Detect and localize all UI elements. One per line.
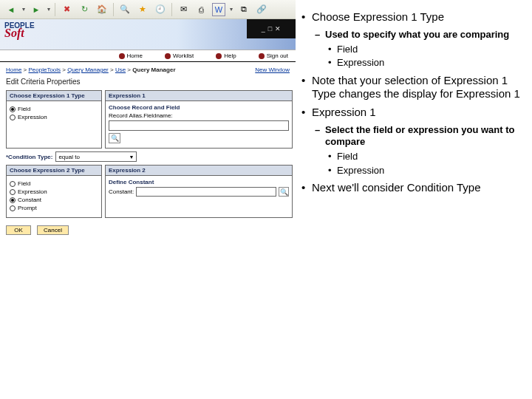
back-dropdown-icon[interactable]: ▾ [22,6,25,13]
condition-type-row: *Condition Type: equal to ▼ [6,151,293,162]
favorites-icon[interactable]: ★ [136,3,149,16]
radio-label: Constant [18,197,41,203]
breadcrumb-trail: Home > PeopleTools > Query Manager > Use… [6,66,176,73]
cancel-button[interactable]: Cancel [37,225,69,235]
page-title: Edit Criteria Properties [0,75,296,90]
expr1-type-panel: Choose Expression 1 Type Field Expressio… [6,90,102,149]
radio-icon [10,115,16,120]
search-icon[interactable]: 🔍 [118,3,132,16]
note-item: Choose Expression 1 Type [299,10,526,24]
radio-label: Field [18,106,30,112]
toolbar-separator [171,3,172,16]
expr1-subhead: Choose Record and Field [109,104,289,111]
radio-icon [10,181,16,187]
peoplesoft-logo: PEOPLE Soft [4,22,35,37]
expr1-radio-expression[interactable]: Expression [10,114,98,120]
note-subsubitem: Field [325,151,526,163]
word-dropdown-icon[interactable]: ▾ [230,6,233,13]
expr2-radio-constant[interactable]: Constant [10,197,98,203]
maximize-icon[interactable]: □ [268,25,272,33]
globe-icon [165,53,171,59]
expr1-header: Expression 1 [106,91,292,101]
logo-line2: Soft [4,30,35,37]
app-screenshot: ◄ ▾ ► ▾ ✖ ↻ 🏠 🔍 ★ 🕘 ✉ ⎙ W ▾ ⧉ 🔗 PEOPLE S… [0,0,296,399]
new-window-link[interactable]: New Window [255,66,290,73]
nav-home-label: Home [127,52,143,59]
note-subitem: Used to specify what you are comparing [312,29,526,41]
record-field-input[interactable] [109,120,289,131]
minimize-icon[interactable]: _ [262,25,265,33]
home-icon[interactable]: 🏠 [95,3,109,16]
expr2-subhead: Define Constant [109,179,289,185]
crumb-link[interactable]: Use [115,66,126,73]
stop-icon[interactable]: ✖ [60,3,73,16]
globe-icon [216,53,222,59]
toolbar-separator [55,3,55,16]
radio-label: Expression [18,114,47,120]
globe-icon [119,53,125,59]
condition-type-value: equal to [58,154,79,160]
constant-label: Constant: [109,188,134,195]
app-header: PEOPLE Soft _ □ ✕ [0,19,296,50]
word-icon[interactable]: W [212,3,225,16]
radio-icon [10,205,16,211]
crumb-link[interactable]: Query Manager [67,66,109,73]
expr1-fieldlabel: Record Alias.Fieldname: [109,112,289,119]
radio-label: Expression [18,188,47,195]
ext1-icon[interactable]: ⧉ [237,3,250,16]
note-item: Next we'll consider Condition Type [299,181,526,195]
radio-label: Field [18,180,30,187]
expr2-header: Expression 2 [106,166,292,176]
crumb-current: Query Manager [132,66,175,73]
crumb-link[interactable]: Home [6,66,21,73]
forward-icon[interactable]: ► [30,3,43,16]
nav-help[interactable]: Help [216,52,236,59]
note-subsubitem: Field [325,44,526,55]
nav-help-label: Help [224,52,236,59]
window-controls: _ □ ✕ [247,19,296,38]
refresh-icon[interactable]: ↻ [78,3,91,16]
toolbar-separator [113,3,114,16]
nav-signout[interactable]: Sign out [259,52,288,59]
chevron-down-icon: ▼ [129,154,134,160]
condition-type-select[interactable]: equal to ▼ [55,151,137,162]
nav-signout-label: Sign out [267,52,288,59]
back-icon[interactable]: ◄ [4,3,18,16]
note-subitem: Select the field or expression you want … [312,124,526,149]
expr2-radio-field[interactable]: Field [10,180,98,187]
ok-button[interactable]: OK [6,225,31,235]
expr1-radio-field[interactable]: Field [10,106,98,112]
close-icon[interactable]: ✕ [275,25,281,33]
nav-worklist-label: Worklist [173,52,194,59]
expr2-radio-expression[interactable]: Expression [10,188,98,195]
note-subsubitem: Expression [325,57,526,69]
radio-icon [10,189,16,195]
constant-input[interactable] [136,187,276,197]
expr2-type-header: Choose Expression 2 Type [7,166,101,176]
expr2-panel: Expression 2 Define Constant Constant: 🔍 [105,165,293,218]
mail-icon[interactable]: ✉ [177,3,190,16]
note-subsubitem: Expression [325,165,526,177]
button-row: OK Cancel [0,221,296,239]
forward-dropdown-icon[interactable]: ▾ [47,6,50,13]
radio-label: Prompt [18,205,37,211]
expr2-radio-prompt[interactable]: Prompt [10,205,98,211]
expr2-type-panel: Choose Expression 2 Type Field Expressio… [6,165,102,218]
history-icon[interactable]: 🕘 [154,3,167,16]
note-item: Expression 1 [299,106,526,120]
global-nav: Home Worklist Help Sign out [0,50,296,62]
radio-icon [10,197,16,203]
globe-icon [259,53,265,59]
radio-icon [10,106,16,112]
breadcrumb: Home > PeopleTools > Query Manager > Use… [0,62,296,75]
note-item: Note that your selection of Expression 1… [299,74,526,102]
print-icon[interactable]: ⎙ [194,3,208,16]
condition-type-label: *Condition Type: [6,154,52,160]
nav-home[interactable]: Home [119,52,143,59]
crumb-link[interactable]: PeopleTools [28,66,61,73]
nav-worklist[interactable]: Worklist [165,52,194,59]
lookup-icon[interactable]: 🔍 [279,187,289,197]
ext2-icon[interactable]: 🔗 [255,3,268,16]
lookup-icon[interactable]: 🔍 [109,133,120,143]
expr1-type-header: Choose Expression 1 Type [7,91,101,101]
